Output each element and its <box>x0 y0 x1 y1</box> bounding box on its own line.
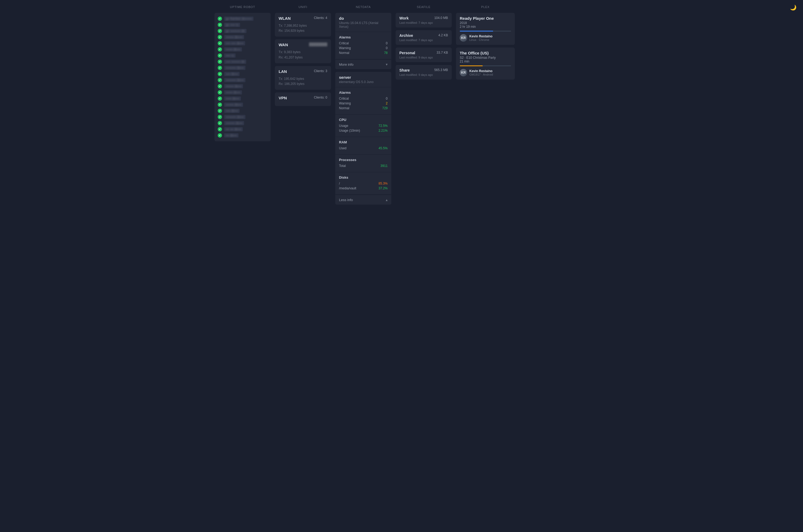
uptime-item: ▪▪▪▪.de▪▪▪ <box>218 72 267 76</box>
server-cpu-label: CPU <box>339 118 388 122</box>
server-normal-value: 729 <box>382 106 388 110</box>
do-alarms-label: Alarms <box>339 35 388 39</box>
plex-user-name: Kevin Restaino <box>469 69 493 73</box>
unifi-network-card: VPN Clients: 0 <box>275 92 331 106</box>
network-rx: Rx: 154,929 bytes <box>279 28 327 33</box>
seafile-library-card: Work 104.0 MB Last modified: 7 days ago <box>396 13 452 27</box>
server-normal-row: Normal 729 <box>339 106 388 110</box>
uptime-label: ▪▪▪▪.de▪▪▪ <box>224 72 240 76</box>
seafile-library-card: Archive 4.2 KB Last modified: 7 days ago <box>396 30 452 45</box>
server-processes-section: Processes Total 3911 <box>335 155 391 172</box>
uptime-item: ▪▪▪▪.ru <box>218 53 267 58</box>
uptime-item: ▪▪▪▪.de▪▪▪ <box>218 109 267 113</box>
plex-header: PLEX <box>456 5 515 9</box>
uptime-label: go.▪▪▪▪▪▪▪▪▪.de <box>224 29 246 33</box>
status-ok-icon <box>218 66 222 70</box>
netdata-server-card: server elementary OS 5.0 Juno Alarms Cri… <box>335 72 391 205</box>
uptime-label: ▪▪▪▪▪▪.de▪▪▪ <box>224 90 242 95</box>
server-ram-used-row: Used 45.5% <box>339 146 388 150</box>
network-clients: Clients: 3 <box>314 69 327 73</box>
library-name: Work <box>399 16 409 20</box>
uptime-item: ▪▪▪▪▪▪.de▪▪▪ <box>218 47 267 52</box>
network-name: WAN <box>279 42 288 47</box>
network-tx: Tx: 195,642 bytes <box>279 76 327 81</box>
library-modified: Last modified: 7 days ago <box>399 38 448 42</box>
status-ok-icon <box>218 90 222 95</box>
uptime-item: go.▪▪▪▪.ru <box>218 23 267 27</box>
unifi-header: UNIFI <box>275 5 331 9</box>
netdata-column: NETDATA do Ubuntu 16.04.6 LTS (Xenial Xe… <box>335 5 391 205</box>
server-ram-used-value: 45.5% <box>378 146 388 150</box>
library-name: Share <box>399 68 410 72</box>
uptime-label: ▪▪▪▪.de▪▪▪ <box>224 109 240 113</box>
library-size: 33.7 KB <box>436 51 448 55</box>
uptime-item: ▪▪▪▪▪▪▪▪▪.de▪▪▪ <box>218 66 267 70</box>
plex-media-title: The Office (US) <box>460 51 511 55</box>
server-disks-label: Disks <box>339 175 388 179</box>
do-normal-label: Normal <box>339 51 350 55</box>
seafile-library-card: Personal 33.7 KB Last modified: 9 days a… <box>396 48 452 62</box>
uptime-item: ▪▪▪▪▪▪▪▪▪.de▪▪▪ <box>218 115 267 119</box>
uptime-label: ▪▪▪▪.▪▪▪▪.de▪▪▪ <box>224 41 245 45</box>
plex-user-avatar: KR <box>460 69 467 76</box>
unifi-network-card: LAN Clients: 3 Tx: 195,642 bytes Rx: 186… <box>275 66 331 90</box>
uptime-robot-header: UPTIME ROBOT <box>214 5 270 9</box>
uptime-label: ▪▪▪▪▪▪▪.de▪▪▪ <box>224 84 243 89</box>
plex-user-avatar: KR <box>460 34 467 42</box>
server-ram-used-label: Used <box>339 146 347 150</box>
status-ok-icon <box>218 109 222 113</box>
plex-media-duration: 21 min <box>460 60 511 63</box>
library-header: Work 104.0 MB <box>399 16 448 20</box>
unifi-networks: WLAN Clients: 4 Tx: 7,398,952 bytes Rx: … <box>275 13 331 109</box>
status-ok-icon <box>218 17 222 21</box>
plex-progress-fill <box>460 31 493 32</box>
unifi-column: UNIFI WLAN Clients: 4 Tx: 7,398,952 byte… <box>275 5 331 205</box>
plex-media-duration: 2 hr 19 min <box>460 25 511 28</box>
uptime-item: go.flamber.de▪▪▪▪▪▪ <box>218 17 267 21</box>
do-critical-row: Critical 0 <box>339 41 388 45</box>
server-warning-label: Warning <box>339 101 351 105</box>
status-ok-icon <box>218 53 222 58</box>
status-ok-icon <box>218 78 222 82</box>
network-name: WLAN <box>279 16 291 21</box>
plex-progress-bar <box>460 65 511 66</box>
server-disk-root-label: / <box>339 182 340 185</box>
do-critical-value: 0 <box>386 41 388 45</box>
library-header: Personal 33.7 KB <box>399 51 448 55</box>
server-processes-total-value: 3911 <box>380 164 388 168</box>
server-cpu-usage10-label: Usage (10min) <box>339 129 360 132</box>
plex-items: Ready Player One 2018 2 hr 19 min KR Kev… <box>456 13 515 82</box>
do-more-info-button[interactable]: More info ▾ <box>335 59 391 69</box>
library-size: 4.2 KB <box>438 33 448 37</box>
plex-now-playing-card: The Office (US) S2 · E10 Christmas Party… <box>456 48 515 80</box>
uptime-label: ▪▪▪▪▪.de▪▪▪ <box>224 96 241 101</box>
do-warning-label: Warning <box>339 46 351 50</box>
server-processes-total-row: Total 3911 <box>339 164 388 168</box>
server-less-info-button[interactable]: Less info ▴ <box>335 195 391 205</box>
uptime-item: ▪▪▪▪▪▪▪▪.de▪▪▪ <box>218 121 267 125</box>
uptime-item: ▪▪▪▪.▪▪▪▪.de▪▪▪ <box>218 41 267 45</box>
uptime-list: go.flamber.de▪▪▪▪▪▪ go.▪▪▪▪.ru go.▪▪▪▪▪▪… <box>214 13 270 141</box>
network-card-header: WLAN Clients: 4 <box>279 16 327 22</box>
plex-user-info: KR Kevin Restaino Linux · Chrome <box>460 34 511 42</box>
status-ok-icon <box>218 127 222 131</box>
server-less-info-label: Less info <box>339 198 353 202</box>
do-normal-row: Normal 78 <box>339 51 388 55</box>
plex-media-meta: S2 · E10 Christmas Party <box>460 56 511 60</box>
server-title: server <box>339 75 388 80</box>
status-ok-icon <box>218 35 222 39</box>
server-disk-root-value: 85.3% <box>378 182 388 185</box>
uptime-item: ▪▪▪▪.▪▪▪▪▪▪▪▪.de <box>218 60 267 64</box>
do-critical-label: Critical <box>339 41 349 45</box>
server-cpu-usage10-value: 2.21% <box>378 129 388 132</box>
server-cpu-usage-row: Usage 72.5% <box>339 124 388 128</box>
unifi-network-card: WAN ████████ Tx: 9,383 bytes Rx: 41,207 … <box>275 39 331 63</box>
status-ok-icon <box>218 133 222 137</box>
network-stats: Tx: 195,642 bytes Rx: 186,205 bytes <box>279 76 327 87</box>
network-tx: Tx: 7,398,952 bytes <box>279 23 327 28</box>
uptime-item: ▪▪▪▪▪▪▪.de▪▪▪ <box>218 84 267 89</box>
do-title-section: do Ubuntu 16.04.6 LTS (Xenial Xerus) <box>335 13 391 32</box>
network-rx: Rx: 186,205 bytes <box>279 81 327 87</box>
network-card-header: VPN Clients: 0 <box>279 96 327 101</box>
uptime-label: ▪▪▪.de▪▪▪ <box>224 133 239 137</box>
